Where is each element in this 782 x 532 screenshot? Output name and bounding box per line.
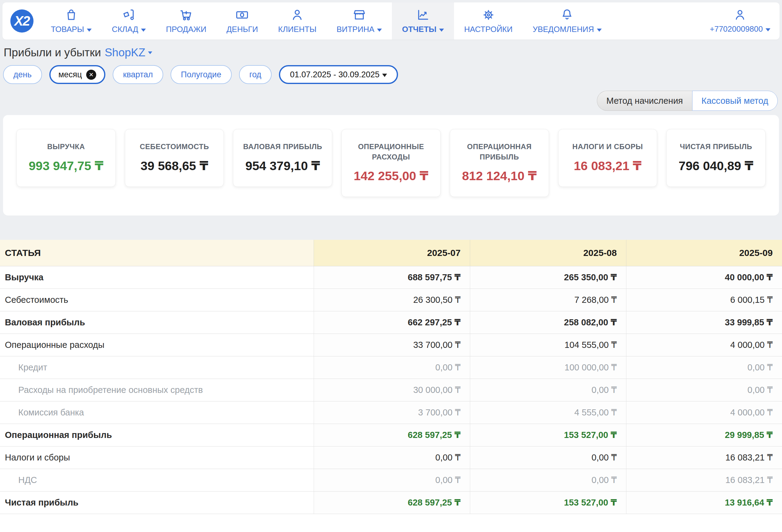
- nav-item-storefront[interactable]: ВИТРИНА: [326, 2, 392, 40]
- kpi-value: 16 083,21 ₸: [563, 159, 652, 173]
- bag-icon: [64, 8, 78, 22]
- chevron-down-icon: [377, 29, 382, 32]
- bell-icon: [560, 8, 574, 22]
- kpi-title: СЕБЕСТОИМОСТЬ: [130, 142, 219, 152]
- filter-chip-year[interactable]: год: [239, 65, 272, 84]
- row-value: 4 000,00 ₸: [626, 334, 782, 356]
- chevron-down-icon: [766, 28, 771, 31]
- row-label: Себестоимость: [0, 289, 314, 311]
- chevron-down-icon: [87, 29, 92, 32]
- row-label: Комиссия банка: [0, 401, 314, 424]
- row-value: 16 083,21 ₸: [626, 446, 782, 469]
- row-value: 258 082,00 ₸: [470, 311, 626, 334]
- top-navigation: X2 ТОВАРЫСКЛАДПРОДАЖИДЕНЬГИКЛИЕНТЫВИТРИН…: [2, 2, 780, 40]
- chevron-down-icon: [439, 29, 444, 32]
- storefront-icon: [352, 8, 366, 22]
- table-row: Комиссия банка3 700,00 ₸4 555,00 ₸4 000,…: [0, 401, 782, 424]
- nav-item-label: ОТЧЕТЫ: [402, 25, 444, 34]
- date-range-chip[interactable]: 01.07.2025 - 30.09.2025: [279, 65, 398, 84]
- table-row: Налоги и сборы0,00 ₸0,00 ₸16 083,21 ₸: [0, 446, 782, 469]
- row-value: 688 597,75 ₸: [314, 266, 470, 289]
- nav-item-warehouse[interactable]: СКЛАД: [102, 2, 156, 40]
- account-phone: +77020009800: [710, 24, 771, 34]
- row-value: 6 000,15 ₸: [626, 289, 782, 311]
- row-value: 100 000,00 ₸: [470, 356, 626, 379]
- nav-item-label: НАСТРОЙКИ: [464, 25, 512, 34]
- filter-chip-month[interactable]: месяц✕: [49, 65, 105, 84]
- nav-item-clients[interactable]: КЛИЕНТЫ: [268, 2, 326, 40]
- row-value: 153 527,00 ₸: [470, 424, 626, 446]
- cash-method-button[interactable]: Кассовый метод: [692, 91, 778, 111]
- column-header-month: 2025-08: [470, 240, 626, 266]
- row-label: Кредит: [0, 356, 314, 379]
- row-label: НДС: [0, 469, 314, 491]
- cart-plus-icon: [179, 8, 193, 22]
- nav-item-notifications[interactable]: УВЕДОМЛЕНИЯ: [523, 2, 611, 40]
- chevron-down-icon: [597, 29, 602, 32]
- nav-item-products[interactable]: ТОВАРЫ: [41, 2, 102, 40]
- kpi-value: 954 379,10 ₸: [238, 159, 327, 173]
- table-row: Выручка688 597,75 ₸265 350,00 ₸40 000,00…: [0, 266, 782, 289]
- kpi-panel: ВЫРУЧКА993 947,75 ₸СЕБЕСТОИМОСТЬ39 568,6…: [3, 115, 779, 216]
- account-menu[interactable]: +77020009800: [710, 8, 771, 34]
- row-value: 33 700,00 ₸: [314, 334, 470, 356]
- column-header-month: 2025-07: [314, 240, 470, 266]
- table-row: Себестоимость26 300,50 ₸7 268,00 ₸6 000,…: [0, 289, 782, 311]
- pnl-table: СТАТЬЯ2025-072025-082025-09 Выручка688 5…: [0, 240, 782, 514]
- filter-chip-day[interactable]: день: [3, 65, 42, 84]
- kpi-title: ОПЕРАЦИОННЫЕ РАСХОДЫ: [347, 142, 435, 162]
- row-value: 7 268,00 ₸: [470, 289, 626, 311]
- row-value: 628 597,25 ₸: [314, 491, 470, 514]
- row-value: 4 000,00 ₸: [626, 401, 782, 424]
- nav-item-money[interactable]: ДЕНЬГИ: [216, 2, 268, 40]
- nav-item-label: ТОВАРЫ: [51, 25, 92, 34]
- kpi-title: ВЫРУЧКА: [22, 142, 111, 152]
- row-label: Налоги и сборы: [0, 446, 314, 469]
- table-row: НДС0,00 ₸0,00 ₸16 083,21 ₸: [0, 469, 782, 491]
- pnl-table-section: СТАТЬЯ2025-072025-082025-09 Выручка688 5…: [0, 240, 782, 532]
- filter-chip-halfyear[interactable]: Полугодие: [171, 65, 232, 84]
- kpi-title: НАЛОГИ И СБОРЫ: [563, 142, 652, 152]
- kpi-value: 142 255,00 ₸: [347, 168, 435, 183]
- kpi-card-opex: ОПЕРАЦИОННЫЕ РАСХОДЫ142 255,00 ₸: [341, 129, 441, 197]
- row-value: 0,00 ₸: [470, 446, 626, 469]
- row-value: 0,00 ₸: [626, 356, 782, 379]
- column-header-month: 2025-09: [626, 240, 782, 266]
- row-label: Выручка: [0, 266, 314, 289]
- nav-item-sales[interactable]: ПРОДАЖИ: [156, 2, 216, 40]
- person-icon: [290, 8, 304, 22]
- dolly-icon: [122, 8, 136, 22]
- table-header-row: СТАТЬЯ2025-072025-082025-09: [0, 240, 782, 266]
- column-header-article: СТАТЬЯ: [0, 240, 314, 266]
- nav-item-label: ВИТРИНА: [336, 25, 382, 34]
- kpi-title: ВАЛОВАЯ ПРИБЫЛЬ: [238, 142, 327, 152]
- row-value: 30 000,00 ₸: [314, 379, 470, 401]
- filter-chip-quarter[interactable]: квартал: [113, 65, 163, 84]
- nav-item-settings[interactable]: НАСТРОЙКИ: [454, 2, 523, 40]
- kpi-card-taxes: НАЛОГИ И СБОРЫ16 083,21 ₸: [558, 129, 657, 187]
- app-logo[interactable]: X2: [10, 9, 34, 33]
- kpi-card-operating-profit: ОПЕРАЦИОННАЯ ПРИБЫЛЬ812 124,10 ₸: [450, 129, 549, 197]
- row-label: Операционные расходы: [0, 334, 314, 356]
- row-value: 0,00 ₸: [470, 379, 626, 401]
- row-value: 0,00 ₸: [314, 446, 470, 469]
- kpi-value: 39 568,65 ₸: [130, 159, 219, 173]
- chart-icon: [416, 8, 430, 22]
- nav-item-label: КЛИЕНТЫ: [278, 25, 316, 34]
- row-value: 265 350,00 ₸: [470, 266, 626, 289]
- row-value: 153 527,00 ₸: [470, 491, 626, 514]
- kpi-title: ОПЕРАЦИОННАЯ ПРИБЫЛЬ: [455, 142, 544, 162]
- table-row: Расходы на приобретение основных средств…: [0, 379, 782, 401]
- store-selector[interactable]: ShopKZ: [105, 46, 152, 59]
- accrual-method-button[interactable]: Метод начисления: [597, 91, 692, 111]
- row-value: 33 999,85 ₸: [626, 311, 782, 334]
- row-value: 0,00 ₸: [626, 379, 782, 401]
- kpi-value: 796 040,89 ₸: [671, 159, 760, 173]
- banknote-icon: [235, 8, 249, 22]
- page-title: Прибыли и убытки: [4, 46, 101, 59]
- close-icon[interactable]: ✕: [86, 70, 96, 80]
- nav-item-reports[interactable]: ОТЧЕТЫ: [392, 2, 454, 40]
- table-row: Валовая прибыль662 297,25 ₸258 082,00 ₸3…: [0, 311, 782, 334]
- row-value: 0,00 ₸: [314, 469, 470, 491]
- user-icon: [733, 8, 747, 23]
